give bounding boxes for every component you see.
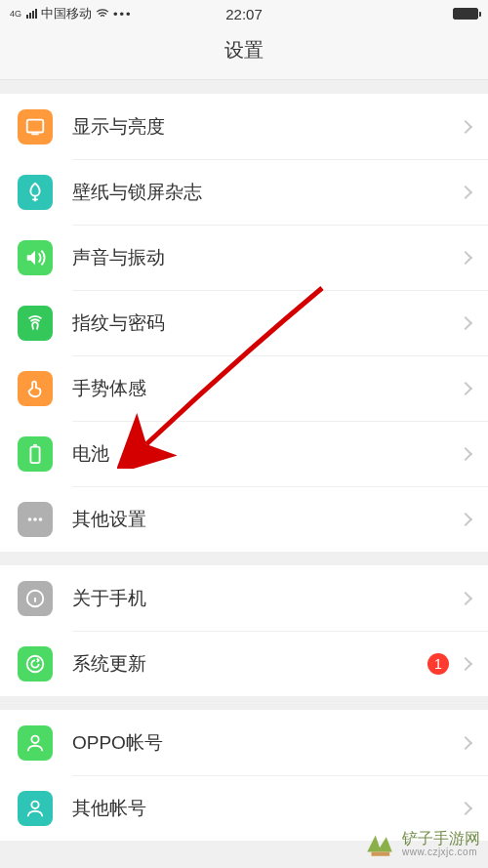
row-label: 系统更新 [72,651,427,677]
chevron-right-icon [459,801,472,814]
page-title: 设置 [0,27,488,80]
chevron-right-icon [459,185,472,198]
svg-point-4 [39,517,43,521]
other-accounts-icon [18,791,53,826]
gesture-icon [18,371,53,406]
svg-rect-1 [30,446,39,463]
chevron-right-icon [459,735,472,749]
chevron-right-icon [459,446,472,460]
svg-point-3 [33,517,37,521]
carrier-label: 中国移动 [41,5,92,22]
row-oppo-account[interactable]: OPPO帐号 [0,710,488,775]
svg-point-7 [31,735,38,742]
svg-point-8 [31,801,38,807]
watermark-logo-icon [363,827,396,860]
display-icon [18,109,53,145]
other-icon [18,502,53,537]
status-right [453,8,478,20]
chevron-right-icon [459,119,472,133]
row-other[interactable]: 其他设置 [0,486,488,552]
row-label: 指纹与密码 [72,310,461,336]
row-label: OPPO帐号 [72,730,461,756]
svg-rect-0 [27,119,44,132]
settings-group-3: OPPO帐号 其他帐号 [0,710,488,841]
row-label: 其他设置 [72,507,461,532]
section-gap [0,696,488,710]
row-gesture[interactable]: 手势体感 [0,355,488,421]
watermark-url: www.czjxjc.com [402,847,480,857]
svg-point-6 [27,655,44,672]
row-fingerprint[interactable]: 指纹与密码 [0,290,488,355]
row-label: 显示与亮度 [72,114,461,140]
fingerprint-icon [18,306,53,341]
row-about[interactable]: 关于手机 [0,565,488,631]
battery-icon [453,8,478,20]
watermark: 铲子手游网 www.czjxjc.com [363,827,480,860]
section-gap [0,80,488,94]
account-icon [18,725,53,761]
clock: 22:07 [225,6,263,22]
wallpaper-icon [18,175,53,210]
row-label: 关于手机 [72,586,461,611]
row-update[interactable]: 系统更新 1 [0,631,488,696]
row-label: 电池 [72,441,461,467]
row-sound[interactable]: 声音与振动 [0,225,488,290]
about-icon [18,581,53,616]
row-display[interactable]: 显示与亮度 [0,94,488,159]
chevron-right-icon [459,656,472,670]
chevron-right-icon [459,512,472,525]
watermark-name: 铲子手游网 [402,830,480,847]
chevron-right-icon [459,381,472,394]
row-label: 其他帐号 [72,796,461,821]
row-label: 壁纸与锁屏杂志 [72,180,461,205]
svg-rect-9 [372,852,390,856]
chevron-right-icon [459,315,472,329]
row-wallpaper[interactable]: 壁纸与锁屏杂志 [0,159,488,225]
status-left: 4G 中国移动 ••• [10,5,133,22]
status-bar: 4G 中国移动 ••• 22:07 [0,0,488,27]
battery-row-icon [18,436,53,472]
section-gap [0,552,488,565]
chevron-right-icon [459,250,472,264]
settings-group-2: 关于手机 系统更新 1 [0,565,488,696]
update-icon [18,646,53,682]
update-badge: 1 [427,653,449,675]
row-label: 声音与振动 [72,245,461,270]
more-icon: ••• [113,7,133,21]
wifi-icon [96,7,109,21]
sound-icon [18,240,53,275]
chevron-right-icon [459,591,472,604]
network-type: 4G [10,9,21,19]
row-label: 手势体感 [72,376,461,401]
svg-point-2 [28,517,32,521]
settings-group-1: 显示与亮度 壁纸与锁屏杂志 声音与振动 指纹与密码 手势体感 电池 其他设置 [0,94,488,552]
signal-icon [26,9,37,19]
row-battery[interactable]: 电池 [0,421,488,486]
